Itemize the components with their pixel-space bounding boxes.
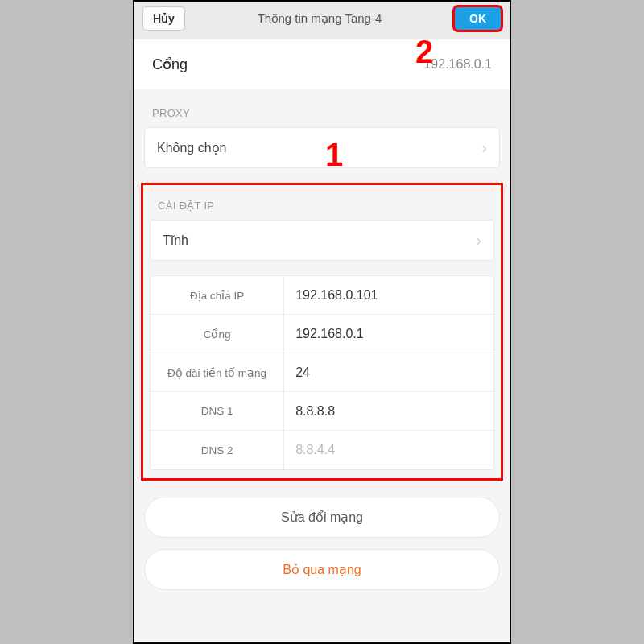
chevron-right-icon: ›	[476, 231, 481, 250]
gateway-value: 192.168.0.1	[423, 57, 492, 72]
header-bar: Hủy Thông tin mạng Tang-4 OK	[134, 2, 510, 39]
prefix-length-value[interactable]: 24	[284, 353, 493, 391]
ip-mode-value: Tĩnh	[163, 233, 188, 248]
ip-settings-block: CÀI ĐẶT IP Tĩnh › Địa chỉa IP 192.168.0.…	[141, 183, 503, 481]
phone-screen: Hủy Thông tin mạng Tang-4 OK Cổng 192.16…	[133, 0, 511, 644]
cancel-button[interactable]: Hủy	[142, 6, 185, 31]
annotation-2: 2	[415, 34, 433, 70]
table-row[interactable]: DNS 2 8.8.4.4	[151, 431, 493, 469]
annotation-1: 1	[325, 137, 343, 173]
ip-mode-selector[interactable]: Tĩnh ›	[150, 220, 494, 261]
prefix-length-label: Độ dài tiền tố mạng	[151, 353, 284, 391]
dns1-value[interactable]: 8.8.8.8	[284, 392, 493, 430]
ip-gateway-value[interactable]: 192.168.0.1	[284, 315, 493, 353]
ip-address-value[interactable]: 192.168.0.101	[284, 276, 493, 314]
dns1-label: DNS 1	[151, 392, 284, 430]
ok-button[interactable]: OK	[454, 6, 502, 31]
ip-fields-table: Địa chỉa IP 192.168.0.101 Cổng 192.168.0…	[150, 275, 494, 470]
table-row[interactable]: DNS 1 8.8.8.8	[151, 392, 493, 431]
proxy-selected-value: Không chọn	[157, 140, 227, 155]
chevron-right-icon: ›	[481, 138, 487, 157]
ip-gateway-label: Cổng	[151, 315, 284, 353]
proxy-section-label: PROXY	[134, 89, 510, 127]
gateway-label: Cổng	[152, 56, 188, 73]
table-row[interactable]: Độ dài tiền tố mạng 24	[151, 353, 493, 392]
modify-network-button[interactable]: Sửa đổi mạng	[144, 497, 500, 538]
table-row[interactable]: Địa chỉa IP 192.168.0.101	[151, 276, 493, 315]
proxy-selector[interactable]: Không chọn ›	[144, 127, 500, 168]
gateway-row: Cổng 192.168.0.1	[134, 39, 510, 89]
page-title: Thông tin mạng Tang-4	[185, 11, 454, 26]
table-row[interactable]: Cổng 192.168.0.1	[151, 315, 493, 353]
content-background: Hủy Thông tin mạng Tang-4 OK Cổng 192.16…	[134, 2, 510, 642]
dns2-value[interactable]: 8.8.4.4	[284, 431, 493, 469]
forget-network-button[interactable]: Bỏ qua mạng	[144, 549, 500, 590]
ip-address-label: Địa chỉa IP	[151, 276, 284, 314]
ip-settings-section-label: CÀI ĐẶT IP	[145, 192, 499, 220]
dns2-label: DNS 2	[151, 431, 284, 469]
